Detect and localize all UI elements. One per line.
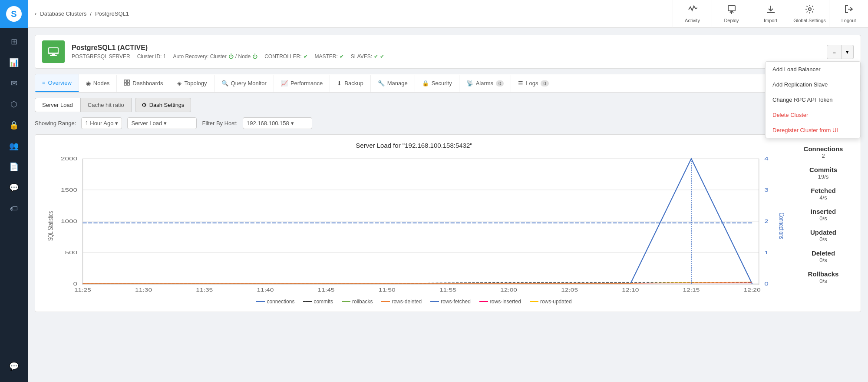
svg-text:11:25: 11:25 (74, 288, 91, 292)
dashboards-icon (124, 80, 130, 87)
menu-change-rpc[interactable]: Change RPC API Token (766, 92, 860, 107)
cluster-master: MASTER: ✔ (315, 53, 344, 60)
chart-legend: connections commits rollbacks rows-delet… (42, 299, 786, 305)
performance-icon: 📈 (281, 80, 288, 86)
menu-add-lb[interactable]: Add Load Balancer (766, 62, 860, 77)
icon-sidebar: S ⊞ 📊 ✉ ⬡ 🔒 👥 📄 💬 🏷 💬 (0, 0, 28, 382)
stat-fetched: Fetched 4/s (793, 187, 854, 201)
svg-rect-8 (124, 80, 126, 82)
tab-manage[interactable]: 🔧 Manage (371, 75, 415, 92)
cluster-info: PostgreSQL1 (ACTIVE) POSTGRESQL SERVER C… (72, 44, 827, 60)
svg-text:0: 0 (73, 281, 77, 286)
query-monitor-icon: 🔍 (221, 80, 228, 86)
svg-text:12:05: 12:05 (561, 288, 578, 292)
content-area: PostgreSQL1 (ACTIVE) POSTGRESQL SERVER C… (28, 28, 868, 382)
svg-text:500: 500 (65, 250, 77, 255)
svg-text:12:00: 12:00 (500, 288, 517, 292)
stat-connections: Connections 2 (793, 145, 854, 159)
cluster-header: PostgreSQL1 (ACTIVE) POSTGRESQL SERVER C… (35, 35, 861, 69)
main-area: ‹ Database Clusters / PostgreSQL1 Activi… (28, 0, 868, 382)
chart-wrapper: 2000 1500 1000 500 0 4 3 2 1 0 11:25 11: (42, 154, 786, 293)
cluster-dropdown-button[interactable]: ▾ (842, 45, 854, 59)
top-nav-deploy[interactable]: Deploy (712, 0, 751, 28)
dropdown-menu: Add Load Balancer Add Replication Slave … (765, 61, 861, 138)
menu-delete-cluster[interactable]: Delete Cluster (766, 107, 860, 123)
tab-topology[interactable]: ◈ Topology (170, 75, 214, 92)
master-check: ✔ (340, 53, 344, 60)
nav-icon-puzzle[interactable]: ⬡ (0, 94, 28, 115)
top-nav-activity[interactable]: Activity (673, 0, 712, 28)
tab-security[interactable]: 🔒 Security (415, 75, 459, 92)
tab-nodes[interactable]: ◉ Nodes (79, 75, 117, 92)
chart-title: Server Load for "192.168.100.158:5432" (42, 142, 786, 149)
nav-icon-users[interactable]: 👥 (0, 136, 28, 156)
tab-backup[interactable]: ⬇ Backup (330, 75, 370, 92)
menu-add-repl[interactable]: Add Replication Slave (766, 77, 860, 92)
host-select[interactable]: 192.168.100.158 ▾ (243, 117, 312, 129)
svg-rect-0 (728, 6, 735, 11)
svg-text:3: 3 (764, 187, 769, 193)
metric-dropdown-icon: ▾ (164, 120, 167, 126)
legend-line-rows-inserted (479, 301, 488, 302)
legend-connections: connections (256, 299, 294, 305)
deploy-label: Deploy (724, 18, 739, 23)
legend-line-commits (303, 301, 312, 302)
legend-line-rollbacks (342, 301, 350, 302)
global-settings-icon (805, 4, 815, 16)
menu-deregister[interactable]: Deregister Cluster from UI (766, 123, 860, 138)
range-select[interactable]: 1 Hour Ago ▾ (81, 117, 122, 129)
logs-badge: 0 (541, 80, 548, 86)
svg-text:1000: 1000 (61, 219, 77, 224)
svg-rect-7 (52, 54, 55, 55)
chart-container: Server Load for "192.168.100.158:5432" 2… (35, 134, 861, 312)
activity-icon (688, 4, 697, 16)
manage-icon: 🔧 (378, 80, 385, 86)
nav-icon-grid[interactable]: ⊞ (0, 31, 28, 52)
nav-icon-chart[interactable]: 📊 (0, 52, 28, 73)
logo-icon: S (6, 6, 22, 22)
alarms-icon: 📡 (466, 80, 473, 86)
filter-by-host-label: Filter By Host: (202, 120, 238, 126)
svg-point-2 (809, 8, 811, 10)
tab-overview[interactable]: ≡ Overview (35, 74, 79, 92)
top-header: ‹ Database Clusters / PostgreSQL1 Activi… (28, 0, 868, 28)
back-arrow[interactable]: ‹ (35, 10, 36, 17)
tab-dashboards[interactable]: Dashboards (117, 74, 170, 92)
cluster-menu-button[interactable]: ≡ (827, 45, 842, 59)
legend-rows-fetched: rows-fetched (430, 299, 471, 305)
sub-tab-dash-settings[interactable]: ⚙ Dash Settings (135, 98, 191, 112)
sub-tab-server-load[interactable]: Server Load (35, 98, 80, 112)
showing-range-label: Showing Range: (35, 120, 76, 126)
tab-alarms[interactable]: 📡 Alarms 0 (459, 75, 512, 92)
metric-select[interactable]: Server Load ▾ (127, 117, 197, 129)
svg-rect-9 (127, 80, 129, 82)
cluster-type: POSTGRESQL SERVER (72, 53, 130, 60)
dash-settings-icon: ⚙ (142, 102, 147, 108)
nav-icon-envelope[interactable]: ✉ (0, 73, 28, 94)
legend-rows-inserted: rows-inserted (479, 299, 521, 305)
legend-rows-deleted: rows-deleted (381, 299, 422, 305)
logo-area[interactable]: S (0, 0, 28, 28)
topology-icon: ◈ (177, 80, 182, 86)
nav-icon-document[interactable]: 📄 (0, 156, 28, 177)
top-nav-logout[interactable]: Logout (829, 0, 868, 28)
svg-rect-10 (124, 83, 126, 85)
power-cluster-icon: ⏻ (228, 53, 234, 60)
stats-panel: Connections 2 Commits 19/s Fetched 4/s I… (793, 142, 854, 305)
svg-text:Connections: Connections (778, 213, 786, 239)
logs-icon: ☰ (518, 80, 523, 86)
nav-icon-chat[interactable]: 💬 (0, 177, 28, 198)
nav-icon-chat-bottom[interactable]: 💬 (0, 356, 28, 377)
top-nav-import[interactable]: Import (751, 0, 790, 28)
import-label: Import (764, 18, 777, 23)
tab-query-monitor[interactable]: 🔍 Query Monitor (215, 75, 274, 92)
nav-icon-badge[interactable]: 🏷 (0, 198, 28, 219)
parent-link[interactable]: Database Clusters (40, 10, 86, 17)
svg-text:0: 0 (764, 281, 769, 286)
tab-logs[interactable]: ☰ Logs 0 (511, 75, 556, 92)
cluster-title: PostgreSQL1 (ACTIVE) (72, 44, 827, 52)
nav-icon-lock[interactable]: 🔒 (0, 115, 28, 136)
sub-tab-cache-hit[interactable]: Cache hit ratio (80, 98, 132, 112)
tab-performance[interactable]: 📈 Performance (274, 75, 330, 92)
top-nav-global-settings[interactable]: Global Settings (790, 0, 829, 28)
